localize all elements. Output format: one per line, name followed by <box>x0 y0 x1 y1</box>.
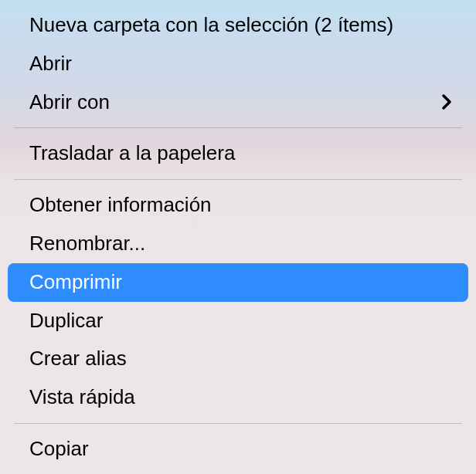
menu-item[interactable]: Vista rápida <box>8 378 468 417</box>
menu-item[interactable]: Trasladar a la papelera <box>8 134 468 173</box>
menu-item[interactable]: Copiar <box>8 430 468 469</box>
menu-item[interactable]: Duplicar <box>8 302 468 340</box>
menu-item[interactable]: Crear alias <box>8 340 468 378</box>
menu-item[interactable]: Comprimir <box>8 263 468 302</box>
menu-item-label: Duplicar <box>29 308 103 334</box>
menu-separator <box>14 423 462 424</box>
menu-item-label: Renombrar... <box>29 231 145 257</box>
menu-item[interactable]: Renombrar... <box>8 225 468 263</box>
context-menu: Nueva carpeta con la selección (2 ítems)… <box>0 0 476 474</box>
menu-item-label: Abrir con <box>29 90 110 116</box>
menu-item[interactable]: Abrir con <box>8 83 468 122</box>
menu-item-label: Copiar <box>29 436 89 462</box>
menu-item-label: Comprimir <box>29 269 122 296</box>
menu-separator <box>14 127 462 128</box>
menu-item-label: Vista rápida <box>29 384 135 411</box>
menu-item-label: Trasladar a la papelera <box>29 141 235 167</box>
menu-item[interactable]: Obtener información <box>8 186 468 225</box>
menu-separator <box>14 179 462 180</box>
menu-item-label: Abrir <box>29 51 72 77</box>
menu-item-label: Obtener información <box>29 192 212 218</box>
menu-item[interactable]: Nueva carpeta con la selección (2 ítems) <box>8 6 468 45</box>
menu-item[interactable]: Abrir <box>8 45 468 83</box>
menu-item-label: Nueva carpeta con la selección (2 ítems) <box>29 12 393 39</box>
menu-item[interactable]: Compartir <box>8 469 468 474</box>
menu-item-label: Crear alias <box>29 346 127 372</box>
chevron-right-icon <box>440 92 453 112</box>
